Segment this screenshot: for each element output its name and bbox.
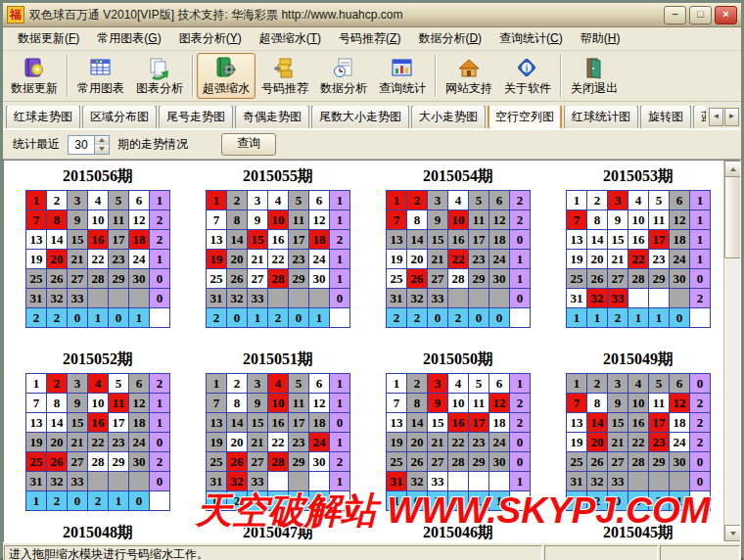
number-cell: 25 [207, 452, 227, 472]
number-cell: 16 [628, 413, 649, 433]
number-cell: 20 [407, 433, 428, 452]
number-cell: 24 [129, 433, 150, 452]
number-cell: 29 [649, 269, 670, 289]
corner-blank-cell [150, 308, 170, 328]
number-cell: 21 [68, 250, 88, 269]
menu-item-8[interactable]: 帮助(H) [572, 27, 629, 50]
toolbar-button-1[interactable]: 数据更新 [5, 53, 64, 99]
menu-item-5[interactable]: 号码推荐(Z) [330, 27, 409, 50]
number-cell: 31 [387, 289, 407, 308]
col-count-cell: 2 [207, 308, 227, 328]
tab-5[interactable]: 尾数大小走势图 [311, 106, 409, 128]
col-count-cell: 0 [670, 308, 690, 328]
toolbar-button-9[interactable]: i关于软件 [498, 53, 557, 99]
number-cell: 25 [387, 269, 407, 289]
toolbar-button-4[interactable]: 超强缩水 [197, 53, 256, 99]
number-cell: 10 [268, 210, 289, 230]
tab-9[interactable]: 旋转图 [640, 106, 691, 128]
toolbar-button-2[interactable]: 常用图表 [71, 53, 130, 99]
tab-7[interactable]: 空行空列图 [488, 106, 562, 128]
toolbar-button-5[interactable]: 号码推荐 [256, 53, 314, 99]
number-cell: 29 [469, 269, 489, 289]
tab-3[interactable]: 尾号走势图 [159, 106, 233, 128]
col-count-cell: 2 [448, 308, 469, 328]
row-count-cell: 2 [150, 210, 170, 230]
number-cell: 7 [26, 210, 47, 230]
close-button[interactable]: × [715, 6, 737, 24]
tab-scroll-left-icon[interactable]: ◄ [709, 108, 723, 126]
row-count-cell: 1 [690, 230, 711, 250]
menu-item-2[interactable]: 常用图表(G) [88, 27, 169, 50]
row-count-cell: 2 [150, 374, 170, 394]
period-count-spinner[interactable]: 30 [68, 135, 110, 155]
title-bar: 福 双色球百万通 V2010[VIP版] 技术支持: 华海彩票 http://w… [3, 3, 741, 27]
row-count-cell: 2 [690, 289, 711, 308]
menu-item-1[interactable]: 数据更新(F) [9, 27, 88, 50]
menu-item-7[interactable]: 查询统计(C) [490, 27, 572, 50]
number-cell: 28 [628, 269, 649, 289]
scrollbar-thumb[interactable] [724, 176, 741, 258]
number-cell: 10 [628, 394, 649, 413]
menu-item-4[interactable]: 超强缩水(T) [251, 27, 330, 50]
period-count-value[interactable]: 30 [69, 136, 94, 154]
number-cell: 8 [47, 394, 68, 413]
maximize-button[interactable]: □ [689, 6, 712, 24]
number-cell: 28 [268, 269, 289, 289]
spinner-down-icon[interactable] [95, 145, 109, 154]
number-cell: 21 [608, 433, 628, 452]
chart-content-area: 2015056期12345617891011122131415161718219… [3, 160, 741, 542]
number-cell: 21 [248, 250, 268, 269]
spinner-up-icon[interactable] [95, 136, 109, 145]
number-cell: 14 [407, 230, 428, 250]
tab-1[interactable]: 红球走势图 [6, 106, 80, 128]
tab-10[interactable]: 蓝球 [693, 106, 706, 128]
minimize-button[interactable]: – [664, 6, 686, 24]
number-cell: 13 [26, 230, 47, 250]
number-cell: 28 [448, 452, 469, 472]
toolbar-button-8[interactable]: 网站支持 [440, 53, 498, 99]
row-count-cell: 2 [330, 452, 350, 472]
toolbar-button-6[interactable]: 数据分析 [314, 53, 373, 99]
number-cell: 1 [387, 191, 407, 210]
number-cell: 4 [268, 374, 289, 394]
col-count-cell: 1 [129, 308, 150, 328]
number-cell: 26 [47, 269, 68, 289]
corner-blank-cell [510, 308, 531, 328]
menu-item-3[interactable]: 图表分析(Y) [170, 27, 251, 50]
number-cell: 6 [489, 191, 510, 210]
tab-8[interactable]: 红球统计图 [564, 106, 638, 128]
toolbar-button-10[interactable]: 关闭退出 [565, 53, 624, 99]
row-count-cell: 0 [690, 269, 711, 289]
number-cell: 25 [387, 452, 407, 472]
number-cell: 20 [227, 250, 248, 269]
tab-scroll-right-icon[interactable]: ► [724, 108, 739, 126]
blank-cell [649, 289, 670, 308]
number-cell: 1 [387, 374, 407, 394]
tab-6[interactable]: 大小走势图 [411, 106, 486, 128]
row-count-cell: 0 [510, 289, 531, 308]
scroll-up-icon[interactable] [724, 161, 741, 177]
scroll-down-icon[interactable] [724, 525, 741, 541]
tab-2[interactable]: 区域分布图 [82, 106, 157, 128]
period-chart: 2015056期12345617891011122131415161718219… [8, 166, 188, 328]
number-cell: 23 [649, 433, 670, 452]
row-count-cell: 1 [510, 250, 531, 269]
period-title: 2015056期 [63, 166, 133, 187]
menu-item-6[interactable]: 数据分析(D) [409, 27, 490, 50]
vertical-scrollbar[interactable] [723, 161, 740, 541]
number-cell: 5 [109, 374, 129, 394]
query-button[interactable]: 查询 [221, 133, 276, 156]
number-cell: 14 [47, 230, 68, 250]
number-cell: 6 [309, 191, 330, 210]
row-count-cell: 2 [510, 394, 531, 413]
number-cell: 4 [268, 191, 289, 210]
toolbar-button-3[interactable]: 图表分析 [130, 53, 189, 99]
toolbar-button-7[interactable]: 查询统计 [373, 53, 432, 99]
tab-4[interactable]: 奇偶走势图 [235, 106, 309, 128]
number-cell: 17 [109, 413, 129, 433]
blank-cell [448, 289, 469, 308]
number-cell: 26 [587, 269, 608, 289]
number-cell: 11 [109, 210, 129, 230]
number-cell: 1 [567, 374, 587, 394]
number-cell: 27 [428, 269, 448, 289]
